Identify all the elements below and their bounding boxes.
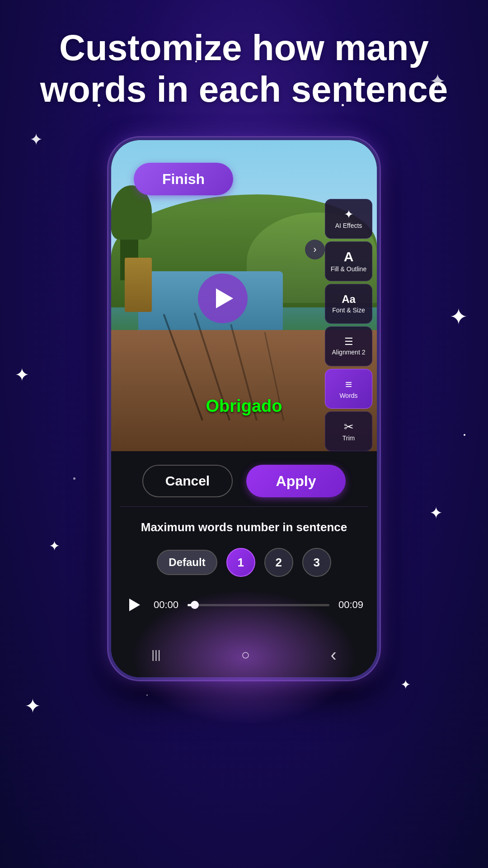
- volume-up-button: [108, 253, 110, 289]
- apply-button[interactable]: Apply: [246, 465, 346, 497]
- phone-navigation: ||| ○ ‹: [111, 641, 377, 668]
- end-time: 00:09: [338, 599, 363, 611]
- chevron-right-icon: ›: [313, 244, 316, 255]
- option-2-label: 2: [275, 556, 282, 570]
- volume-down-button: [108, 303, 110, 339]
- video-overlay-text: Obrigado: [206, 396, 282, 416]
- font-size-button[interactable]: Aa Font & Size: [325, 284, 372, 324]
- alignment-icon: ☰: [344, 337, 353, 347]
- option-1-label: 1: [237, 556, 244, 570]
- finish-button-label: Finish: [162, 171, 205, 188]
- words-button[interactable]: ≡ Words: [325, 369, 372, 409]
- alignment-label: Alignment 2: [332, 349, 366, 356]
- recents-nav-icon[interactable]: |||: [151, 648, 160, 662]
- power-button: [378, 276, 380, 330]
- option-default[interactable]: Default: [157, 550, 217, 575]
- phone-device: Obrigado Finish › ✦ AI Effects A Fill & …: [0, 137, 488, 680]
- cancel-label: Cancel: [165, 473, 210, 489]
- option-default-label: Default: [169, 556, 205, 568]
- ai-effects-label: AI Effects: [335, 222, 362, 230]
- option-3-label: 3: [313, 556, 319, 570]
- back-nav-icon[interactable]: ‹: [330, 645, 336, 665]
- phone-body: Obrigado Finish › ✦ AI Effects A Fill & …: [108, 137, 380, 680]
- fill-outline-label: Fill & Outline: [331, 265, 366, 273]
- words-label: Words: [339, 392, 357, 400]
- current-time: 00:00: [154, 599, 178, 611]
- ai-effects-icon: ✦: [344, 208, 354, 220]
- option-3[interactable]: 3: [302, 548, 331, 577]
- ai-effects-button[interactable]: ✦ AI Effects: [325, 199, 372, 239]
- option-1[interactable]: 1: [226, 548, 255, 577]
- trim-icon: ✂: [344, 421, 354, 433]
- star-8: ✦: [24, 694, 41, 717]
- trim-label: Trim: [343, 434, 355, 442]
- apply-label: Apply: [276, 473, 316, 490]
- action-row: Cancel Apply: [111, 451, 377, 506]
- option-2[interactable]: 2: [264, 548, 293, 577]
- collapse-toolbar-button[interactable]: ›: [305, 240, 325, 259]
- editing-toolbar: ✦ AI Effects A Fill & Outline Aa Font & …: [325, 199, 377, 451]
- phone-screen: Obrigado Finish › ✦ AI Effects A Fill & …: [111, 140, 377, 677]
- words-section-title: Maximum words number in sentence: [129, 520, 359, 534]
- reeds: [125, 258, 152, 312]
- star-dot-8: [146, 694, 148, 696]
- fill-outline-button[interactable]: A Fill & Outline: [325, 241, 372, 281]
- cancel-button[interactable]: Cancel: [142, 465, 233, 497]
- progress-thumb[interactable]: [191, 601, 199, 609]
- font-size-label: Font & Size: [332, 307, 365, 314]
- progress-play-button[interactable]: [125, 595, 145, 615]
- trim-button[interactable]: ✂ Trim: [325, 411, 372, 451]
- play-button[interactable]: [198, 274, 248, 323]
- play-icon: [216, 288, 233, 308]
- video-progress-bar[interactable]: 00:00 00:09: [111, 586, 377, 619]
- font-size-icon: Aa: [342, 294, 356, 305]
- page-title: Customize how many words in each sentenc…: [36, 27, 452, 110]
- home-nav-icon[interactable]: ○: [241, 646, 250, 663]
- alignment-button[interactable]: ☰ Alignment 2: [325, 326, 372, 366]
- progress-play-icon: [129, 599, 140, 611]
- finish-button[interactable]: Finish: [134, 163, 233, 195]
- words-options-row: Default 1 2 3: [129, 548, 359, 577]
- words-settings: Maximum words number in sentence Default…: [111, 507, 377, 586]
- bottom-panel: Cancel Apply Maximum words number in sen…: [111, 451, 377, 677]
- header: Customize how many words in each sentenc…: [0, 0, 488, 128]
- words-icon: ≡: [345, 378, 352, 390]
- progress-track[interactable]: [188, 604, 329, 606]
- fill-outline-icon: A: [344, 250, 354, 264]
